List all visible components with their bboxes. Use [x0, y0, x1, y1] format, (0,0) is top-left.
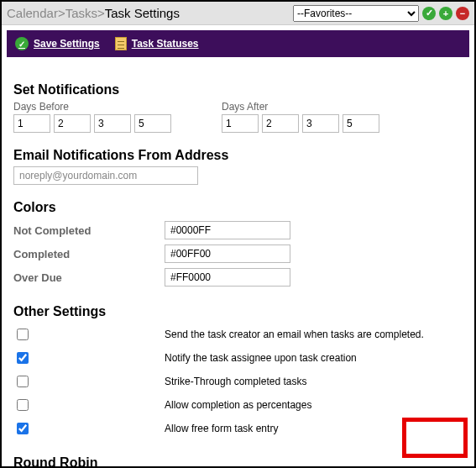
- other-row-strikethrough: Strike-Through completed tasks: [13, 370, 463, 393]
- input-completed[interactable]: [165, 245, 290, 263]
- days-before-1[interactable]: [13, 114, 50, 133]
- cb-notify-assignee[interactable]: [17, 352, 29, 364]
- favorites-select[interactable]: --Favorites--: [293, 5, 419, 22]
- days-before-3[interactable]: [94, 114, 131, 133]
- label-completed: Completed: [13, 248, 165, 260]
- days-before-2[interactable]: [54, 114, 91, 133]
- breadcrumb-bar: Calendar > Tasks > Task Settings --Favor…: [2, 2, 474, 25]
- email-from-input[interactable]: [13, 166, 198, 185]
- heading-set-notifications: Set Notifications: [13, 82, 463, 97]
- label-notify-assignee: Notify the task assignee upon task creat…: [165, 352, 357, 364]
- remove-favorite-icon[interactable]: −: [456, 7, 469, 20]
- heading-colors: Colors: [13, 200, 463, 215]
- input-not-completed[interactable]: [165, 221, 290, 239]
- breadcrumb-sep1: >: [58, 6, 65, 20]
- input-overdue[interactable]: [165, 268, 290, 287]
- breadcrumb-current: Task Settings: [105, 6, 180, 20]
- days-after-1[interactable]: [222, 114, 259, 133]
- days-after-group: Days After: [222, 101, 379, 133]
- heading-round-robin: Round Robin: [13, 455, 463, 468]
- days-after-4[interactable]: [343, 114, 379, 133]
- cb-email-creator[interactable]: [17, 329, 29, 340]
- breadcrumb-sep2: >: [97, 6, 105, 20]
- task-statuses-label: Task Statuses: [132, 38, 199, 50]
- add-favorite-icon[interactable]: +: [439, 7, 452, 20]
- label-freeform: Allow free form task entry: [165, 423, 278, 434]
- save-settings-label: Save Settings: [34, 38, 100, 50]
- label-percentages: Allow completion as percentages: [165, 399, 311, 411]
- other-row-email-creator: Send the task creator an email when task…: [13, 323, 463, 346]
- save-settings-link[interactable]: ✓ Save Settings: [15, 37, 100, 50]
- label-strikethrough: Strike-Through completed tasks: [165, 376, 306, 387]
- breadcrumb-tasks[interactable]: Tasks: [65, 6, 97, 20]
- other-row-freeform: Allow free form task entry: [13, 417, 463, 440]
- apply-favorite-icon[interactable]: ✓: [422, 7, 436, 20]
- days-before-group: Days Before: [13, 101, 171, 133]
- cb-freeform[interactable]: [17, 423, 29, 434]
- task-statuses-link[interactable]: Task Statuses: [115, 37, 199, 50]
- days-before-4[interactable]: [134, 114, 171, 133]
- action-toolbar: ✓ Save Settings Task Statuses: [7, 30, 469, 57]
- days-after-3[interactable]: [302, 114, 339, 133]
- save-check-icon: ✓: [15, 37, 29, 50]
- notes-icon: [115, 37, 127, 50]
- days-after-label: Days After: [222, 101, 379, 113]
- other-row-notify-assignee: Notify the task assignee upon task creat…: [13, 346, 463, 370]
- days-after-2[interactable]: [262, 114, 299, 133]
- other-row-percentages: Allow completion as percentages: [13, 393, 463, 417]
- heading-other-settings: Other Settings: [13, 304, 463, 319]
- days-before-label: Days Before: [13, 101, 171, 113]
- cb-percentages[interactable]: [17, 399, 29, 411]
- label-overdue: Over Due: [13, 271, 165, 284]
- heading-email-from: Email Notifications From Address: [13, 148, 463, 163]
- label-not-completed: Not Completed: [13, 224, 165, 237]
- label-email-creator: Send the task creator an email when task…: [165, 329, 424, 340]
- cb-strikethrough[interactable]: [17, 376, 29, 387]
- breadcrumb-calendar[interactable]: Calendar: [7, 6, 58, 20]
